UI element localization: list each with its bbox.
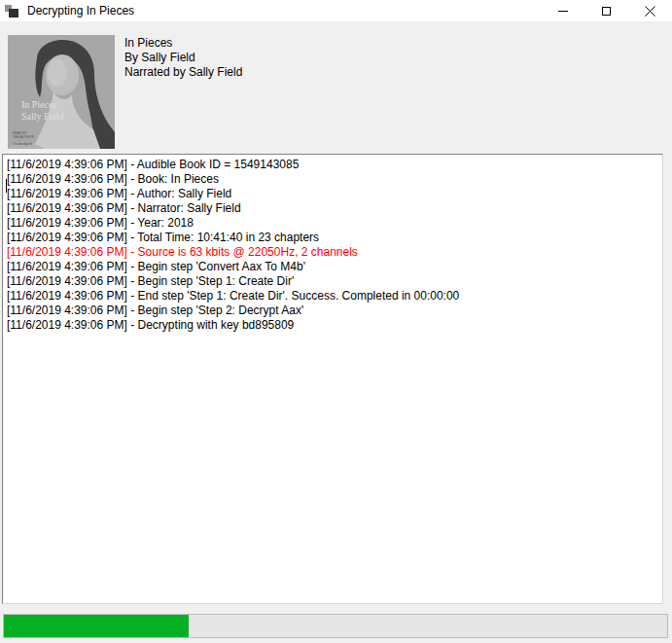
book-info: In Pieces By Sally Field Narrated by Sal… — [124, 36, 242, 80]
book-narrator: Narrated by Sally Field — [124, 65, 242, 80]
log-line: [11/6/2019 4:39:06 PM] - End step 'Step … — [7, 289, 658, 304]
close-icon — [645, 6, 655, 17]
app-icon-square-dark — [9, 9, 18, 18]
log-line: [11/6/2019 4:39:06 PM] - Source is 63 kb… — [7, 245, 658, 260]
log-line: [11/6/2019 4:39:06 PM] - Author: Sally F… — [7, 187, 658, 201]
log-line: [11/6/2019 4:39:06 PM] - Begin step 'Ste… — [7, 274, 658, 289]
text-caret — [6, 179, 7, 193]
log-line: [11/6/2019 4:39:06 PM] - Total Time: 10:… — [7, 231, 658, 245]
close-button[interactable] — [628, 0, 672, 21]
caption-buttons — [541, 0, 672, 21]
log-line: [11/6/2019 4:39:06 PM] - Begin step 'Con… — [7, 260, 658, 274]
cover-unabridged: Unabridged — [13, 142, 32, 146]
title-bar[interactable]: Decrypting In Pieces — [0, 0, 672, 21]
book-author: By Sally Field — [124, 51, 242, 65]
log-line: [11/6/2019 4:39:06 PM] - Begin step 'Ste… — [7, 304, 658, 318]
book-title: In Pieces — [124, 36, 242, 51]
cover-art: In Pieces Sally Field READ BY THE AUTHOR… — [8, 35, 115, 149]
book-cover-image: In Pieces Sally Field READ BY THE AUTHOR… — [8, 35, 115, 149]
minimize-button[interactable] — [541, 0, 584, 21]
log-line: [11/6/2019 4:39:06 PM] - Narrator: Sally… — [7, 201, 658, 216]
progress-fill — [4, 615, 189, 637]
maximize-button[interactable] — [584, 0, 628, 21]
app-icon — [5, 4, 19, 18]
minimize-icon — [558, 11, 568, 12]
window-title: Decrypting In Pieces — [27, 0, 134, 21]
log-line: [11/6/2019 4:39:06 PM] - Audible Book ID… — [7, 158, 658, 172]
cover-readby-line2: THE AUTHOR — [13, 135, 34, 139]
log-line: [11/6/2019 4:39:06 PM] - Book: In Pieces — [7, 172, 658, 187]
maximize-icon — [602, 7, 611, 16]
log-line: [11/6/2019 4:39:06 PM] - Decrypting with… — [7, 318, 658, 333]
progress-bar — [3, 614, 668, 638]
log-textbox[interactable]: [11/6/2019 4:39:06 PM] - Audible Book ID… — [2, 154, 663, 604]
cover-title-text: In Pieces — [21, 99, 56, 110]
log-line: [11/6/2019 4:39:06 PM] - Year: 2018 — [7, 216, 658, 231]
cover-author-text: Sally Field — [21, 111, 64, 122]
